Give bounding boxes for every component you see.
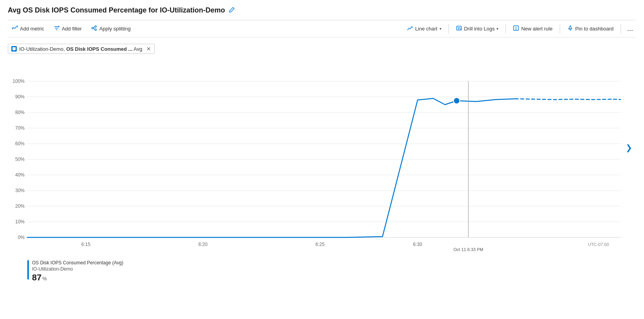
add-metric-label: Add metric	[20, 26, 44, 32]
add-filter-icon	[53, 25, 60, 32]
svg-point-8	[92, 27, 93, 29]
svg-text:30%: 30%	[15, 188, 25, 193]
svg-point-9	[95, 26, 96, 27]
chart-right-arrow[interactable]: ❯	[626, 143, 632, 152]
svg-text:100%: 100%	[12, 78, 25, 84]
svg-text:50%: 50%	[15, 157, 25, 162]
legend-value-number: 87	[32, 273, 41, 283]
chart-line-solid	[27, 98, 515, 237]
svg-rect-22	[13, 50, 15, 50]
divider-4	[621, 24, 621, 34]
svg-rect-13	[457, 26, 461, 30]
legend-unit: %	[42, 276, 47, 282]
add-metric-button[interactable]: Add metric	[8, 23, 48, 34]
title-row: Avg OS Disk IOPS Consumed Percentage for…	[8, 6, 636, 14]
metric-tag-close-button[interactable]: ✕	[146, 46, 151, 52]
metric-name: OS Disk IOPS Consumed ...	[66, 46, 133, 52]
metric-resource: IO-Utilization-Demo, OS Disk IOPS Consum…	[19, 46, 142, 52]
svg-text:80%: 80%	[15, 110, 25, 115]
legend-value: 87 %	[32, 273, 123, 283]
toolbar: Add metric Add filter	[8, 20, 636, 37]
chart-data-point	[454, 98, 460, 104]
divider-2	[505, 24, 506, 34]
edit-icon[interactable]	[229, 7, 235, 14]
add-filter-button[interactable]: Add filter	[50, 23, 85, 34]
add-filter-label: Add filter	[62, 26, 82, 32]
svg-rect-21	[12, 47, 16, 50]
page-title: Avg OS Disk IOPS Consumed Percentage for…	[8, 6, 225, 14]
more-options-button[interactable]: ...	[624, 23, 636, 35]
alert-rule-icon	[513, 25, 519, 32]
svg-text:0%: 0%	[18, 235, 25, 240]
line-chart-button[interactable]: Line chart ▾	[403, 23, 445, 34]
divider-1	[448, 24, 449, 34]
drill-into-logs-label: Drill into Logs	[464, 26, 495, 32]
legend-text: OS Disk IOPS Consumed Percentage (Avg) I…	[32, 260, 123, 283]
apply-splitting-icon	[91, 25, 97, 32]
svg-point-18	[516, 29, 517, 30]
add-metric-icon	[12, 25, 18, 32]
line-chart-label: Line chart	[415, 26, 438, 32]
line-chart-chevron: ▾	[439, 27, 441, 31]
drill-logs-chevron: ▾	[496, 27, 498, 31]
drill-into-logs-button[interactable]: Drill into Logs ▾	[452, 23, 503, 34]
svg-line-11	[93, 27, 95, 28]
divider-3	[560, 24, 560, 34]
apply-splitting-label: Apply splitting	[99, 26, 130, 32]
svg-text:90%: 90%	[15, 94, 25, 100]
svg-text:20%: 20%	[15, 203, 25, 209]
svg-text:60%: 60%	[15, 141, 25, 146]
svg-text:6:20: 6:20	[198, 242, 208, 247]
svg-text:6:25: 6:25	[315, 242, 325, 247]
pin-to-dashboard-button[interactable]: Pin to dashboard	[563, 23, 617, 34]
svg-text:70%: 70%	[15, 125, 25, 131]
metric-tag: IO-Utilization-Demo, OS Disk IOPS Consum…	[8, 44, 155, 54]
chart-legend: OS Disk IOPS Consumed Percentage (Avg) I…	[8, 257, 636, 283]
new-alert-rule-label: New alert rule	[521, 26, 552, 32]
svg-text:UTC-07:00: UTC-07:00	[588, 242, 609, 247]
line-chart-icon	[407, 25, 413, 32]
svg-text:10%: 10%	[15, 219, 25, 225]
svg-point-10	[95, 29, 96, 30]
svg-line-12	[93, 29, 95, 29]
chart-container: 100% 90% 80% 70% 60% 50% 40% 30% 20% 10%…	[8, 58, 636, 253]
apply-splitting-button[interactable]: Apply splitting	[87, 23, 134, 34]
chart-svg: 100% 90% 80% 70% 60% 50% 40% 30% 20% 10%…	[8, 58, 632, 253]
tooltip-time-label: Oct 11 6:33 PM	[454, 247, 483, 252]
svg-text:6:15: 6:15	[81, 242, 91, 247]
pin-icon	[567, 25, 573, 32]
page-container: Avg OS Disk IOPS Consumed Percentage for…	[0, 0, 644, 319]
pin-to-dashboard-label: Pin to dashboard	[575, 26, 614, 32]
svg-text:40%: 40%	[15, 172, 25, 178]
metric-tags: IO-Utilization-Demo, OS Disk IOPS Consum…	[8, 44, 636, 54]
drill-logs-icon	[456, 25, 462, 32]
svg-line-2	[12, 27, 13, 28]
metric-tag-icon	[11, 46, 17, 52]
svg-text:6:30: 6:30	[413, 242, 422, 247]
legend-subtitle: IO-Utilization-Demo	[32, 266, 123, 272]
chart-line-dashed	[515, 99, 621, 100]
legend-color-bar	[27, 260, 29, 280]
legend-title: OS Disk IOPS Consumed Percentage (Avg)	[32, 260, 123, 266]
new-alert-rule-button[interactable]: New alert rule	[509, 23, 556, 34]
